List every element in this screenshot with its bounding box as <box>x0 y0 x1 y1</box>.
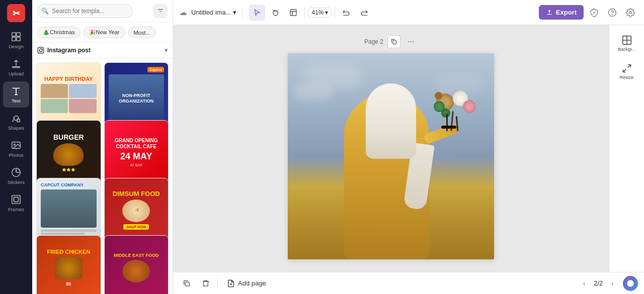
template-burger-footer: ⭐⭐⭐ <box>62 168 75 172</box>
page-more-btn[interactable]: ··· <box>405 35 418 48</box>
prev-page-btn[interactable]: ‹ <box>578 277 591 290</box>
topbar-tools: 41% ▾ <box>249 5 372 21</box>
template-cocktail-title: GRAND OPENING COCKTAIL CAFE <box>109 138 165 150</box>
svg-rect-21 <box>393 41 396 44</box>
svg-point-15 <box>39 49 42 52</box>
sidebar-item-text-label: Text <box>12 98 20 104</box>
add-page-btn[interactable]: Add page <box>222 277 271 289</box>
template-burger-title: BURGER <box>53 133 84 141</box>
export-btn[interactable]: Export <box>539 5 584 20</box>
company-row-2 <box>41 233 85 235</box>
add-page-label: Add page <box>238 279 266 287</box>
sidebar-item-upload[interactable]: Upload <box>3 54 29 80</box>
topbar: ☁ Untitled ima... ▾ <box>173 0 644 25</box>
canvas-frame <box>288 53 494 259</box>
settings-btn[interactable] <box>623 5 638 20</box>
bottom-divider <box>217 278 218 288</box>
copy-page-btn[interactable] <box>387 35 400 48</box>
template-cocktail-date: 24 MAY <box>120 151 152 162</box>
tag-newyear[interactable]: 🎉New Year <box>84 27 125 38</box>
search-filter-btn[interactable] <box>153 4 168 18</box>
section-label: Instagram post <box>47 47 91 54</box>
templates-panel: 🔍 🎄Christmas 🎉New Year Most... Instagram… <box>32 0 173 294</box>
template-card-company[interactable]: CAPCUT COMPANY <box>36 178 101 243</box>
frame-tool-icon <box>289 9 297 17</box>
template-friedchicken-img <box>55 257 83 279</box>
sidebar-item-photos-label: Photos <box>9 152 24 158</box>
help-btn[interactable] <box>605 5 620 20</box>
bottom-bar: Add page ‹ 2/2 › <box>173 272 644 294</box>
svg-point-26 <box>631 282 632 283</box>
svg-rect-3 <box>17 33 20 36</box>
canvas-image <box>288 53 494 259</box>
ai-assistant-btn[interactable] <box>623 276 638 291</box>
svg-rect-4 <box>12 37 16 41</box>
svg-point-24 <box>627 280 633 286</box>
title-chevron-icon: ▾ <box>233 9 236 16</box>
svg-rect-2 <box>12 33 16 36</box>
right-panel-resize[interactable]: Resize <box>613 58 641 84</box>
tags-row: 🎄Christmas 🎉New Year Most... <box>32 23 173 43</box>
template-card-mideast[interactable]: MIDDLE EAST FOOD <box>104 235 169 294</box>
zoom-control[interactable]: 41% ▾ <box>308 8 331 18</box>
svg-rect-12 <box>12 195 21 204</box>
svg-text:✂: ✂ <box>13 9 21 19</box>
birthday-img-2 <box>69 84 96 98</box>
next-page-btn[interactable]: › <box>606 277 619 290</box>
frame-tool-btn[interactable] <box>285 5 301 21</box>
template-card-birthday[interactable]: HAPPY BIRTHDAY <box>36 62 101 127</box>
svg-rect-5 <box>17 37 20 41</box>
template-burger-img <box>53 143 84 166</box>
copy-element-btn[interactable] <box>179 276 194 291</box>
search-icon: 🔍 <box>41 8 49 15</box>
text-icon <box>11 85 22 96</box>
template-card-friedchicken[interactable]: FRIED CHICKEN $5 <box>36 235 101 294</box>
copy-icon <box>390 38 397 45</box>
svg-point-10 <box>14 144 15 145</box>
delete-element-btn[interactable] <box>198 276 213 291</box>
tag-christmas[interactable]: 🎄Christmas <box>37 27 80 38</box>
document-title: Untitled ima... <box>191 9 231 16</box>
redo-btn[interactable] <box>356 5 372 21</box>
sidebar-item-photos[interactable]: Photos <box>3 136 29 162</box>
sidebar-item-shapes[interactable]: Shapes <box>3 109 29 135</box>
background-icon <box>622 35 632 45</box>
svg-point-16 <box>42 48 43 49</box>
sidebar-item-design[interactable]: Design <box>3 27 29 53</box>
template-card-burger[interactable]: BURGER ⭐⭐⭐ <box>36 120 101 185</box>
sidebar-item-text[interactable]: Text <box>3 81 29 108</box>
birthday-img-1 <box>41 84 68 98</box>
template-card-cocktail[interactable]: GRAND OPENING COCKTAIL CAFE 24 MAY AT BA… <box>104 120 169 185</box>
ai-icon <box>626 279 634 287</box>
template-company-title: CAPCUT COMPANY <box>41 182 97 187</box>
shield-btn[interactable] <box>587 5 602 20</box>
topbar-title[interactable]: Untitled ima... ▾ <box>191 9 236 16</box>
right-panel-background[interactable]: Backgr... <box>613 30 641 56</box>
hand-tool-btn[interactable] <box>267 5 283 21</box>
shapes-icon <box>11 113 22 124</box>
resize-icon <box>622 63 632 73</box>
template-card-nonprofit[interactable]: CapCut NON-PROFIT ORGANIZATION <box>104 62 169 127</box>
cloud-icon: ☁ <box>179 8 187 17</box>
main-area: ☁ Untitled ima... ▾ <box>173 0 644 294</box>
template-birthday-grid <box>41 84 97 113</box>
template-mideast-img <box>122 260 150 282</box>
template-card-dimsum[interactable]: DIMSUM FOOD 🍜 SHOP NOW <box>104 178 169 243</box>
template-mideast-title: MIDDLE EAST FOOD <box>114 253 159 258</box>
template-dimsum-img: 🍜 <box>122 200 150 222</box>
undo-btn[interactable] <box>338 5 354 21</box>
sidebar-item-stickers[interactable]: Stickers <box>3 163 29 189</box>
sidebar-item-frames[interactable]: Frames <box>3 190 29 216</box>
topbar-divider-2 <box>304 8 305 18</box>
search-input[interactable] <box>37 4 133 18</box>
photos-icon <box>11 140 22 151</box>
select-tool-btn[interactable] <box>249 5 265 21</box>
add-page-icon <box>227 279 235 287</box>
svg-point-20 <box>629 11 632 14</box>
sidebar-item-shapes-label: Shapes <box>8 125 24 131</box>
tag-more[interactable]: Most... <box>128 27 156 38</box>
svg-rect-17 <box>290 10 296 16</box>
frames-icon <box>11 194 22 205</box>
app-logo[interactable]: ✂ <box>7 4 25 22</box>
design-icon <box>11 31 22 42</box>
